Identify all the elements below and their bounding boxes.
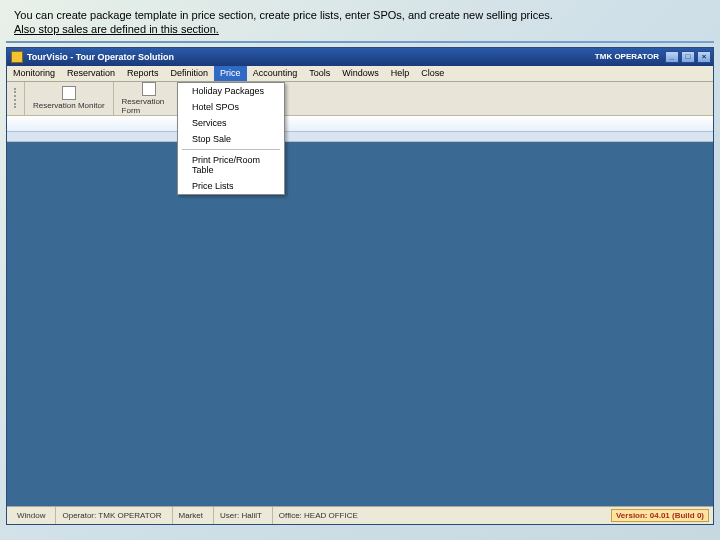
dd-print-price[interactable]: Print Price/Room Table <box>178 152 284 178</box>
price-dropdown: Holiday Packages Hotel SPOs Services Sto… <box>177 82 285 195</box>
menu-reports[interactable]: Reports <box>121 66 165 81</box>
menu-close[interactable]: Close <box>415 66 450 81</box>
minimize-button[interactable]: _ <box>665 51 679 63</box>
application-window: TourVisio - Tour Operator Solution TMK O… <box>6 47 714 525</box>
ribbon-subbar <box>7 132 713 142</box>
dd-services[interactable]: Services <box>178 115 284 131</box>
dd-hotel-spos[interactable]: Hotel SPOs <box>178 99 284 115</box>
accent-divider <box>6 41 714 43</box>
window-titlebar: TourVisio - Tour Operator Solution TMK O… <box>7 48 713 66</box>
tool-label-form: Reservation Form <box>122 97 177 115</box>
window-buttons: _ □ × <box>665 51 711 63</box>
dd-price-lists[interactable]: Price Lists <box>178 178 284 194</box>
maximize-button[interactable]: □ <box>681 51 695 63</box>
toolbar: Reservation Monitor Reservation Form <box>7 82 713 116</box>
tool-handle <box>7 82 25 115</box>
menu-tools[interactable]: Tools <box>303 66 336 81</box>
dd-holiday-packages[interactable]: Holiday Packages <box>178 83 284 99</box>
menu-definition[interactable]: Definition <box>165 66 215 81</box>
workspace <box>7 142 713 506</box>
caption-line-2: Also stop sales are defined in this sect… <box>14 23 219 35</box>
menu-reservation[interactable]: Reservation <box>61 66 121 81</box>
menu-monitoring[interactable]: Monitoring <box>7 66 61 81</box>
status-operator: Operator: TMK OPERATOR <box>55 507 167 524</box>
tool-reservation-monitor[interactable]: Reservation Monitor <box>25 82 114 115</box>
statusbar: Window Operator: TMK OPERATOR Market Use… <box>7 506 713 524</box>
menubar-container: Monitoring Reservation Reports Definitio… <box>7 66 713 142</box>
close-button[interactable]: × <box>697 51 711 63</box>
app-icon <box>11 51 23 63</box>
menu-windows[interactable]: Windows <box>336 66 385 81</box>
status-window: Window <box>11 507 51 524</box>
monitor-icon <box>62 86 76 100</box>
titlebar-operator: TMK OPERATOR <box>595 52 659 61</box>
form-icon <box>142 82 156 96</box>
ribbon-tabs: Hotel ▾ <box>7 116 713 132</box>
slide-caption: You can create package template in price… <box>0 0 720 41</box>
caption-line-1: You can create package template in price… <box>14 9 553 21</box>
menu-help[interactable]: Help <box>385 66 416 81</box>
menu-price[interactable]: Price <box>214 66 247 81</box>
status-office: Office: HEAD OFFICE <box>272 507 364 524</box>
menubar: Monitoring Reservation Reports Definitio… <box>7 66 713 82</box>
status-user: User: HalilT <box>213 507 268 524</box>
menu-accounting[interactable]: Accounting <box>247 66 304 81</box>
dd-stop-sale[interactable]: Stop Sale <box>178 131 284 147</box>
tool-reservation-form[interactable]: Reservation Form <box>114 82 186 115</box>
status-version: Version: 04.01 (Build 0) <box>611 509 709 522</box>
tool-label-monitor: Reservation Monitor <box>33 101 105 110</box>
window-title: TourVisio - Tour Operator Solution <box>27 52 595 62</box>
status-market: Market <box>172 507 209 524</box>
dd-separator <box>182 149 280 150</box>
